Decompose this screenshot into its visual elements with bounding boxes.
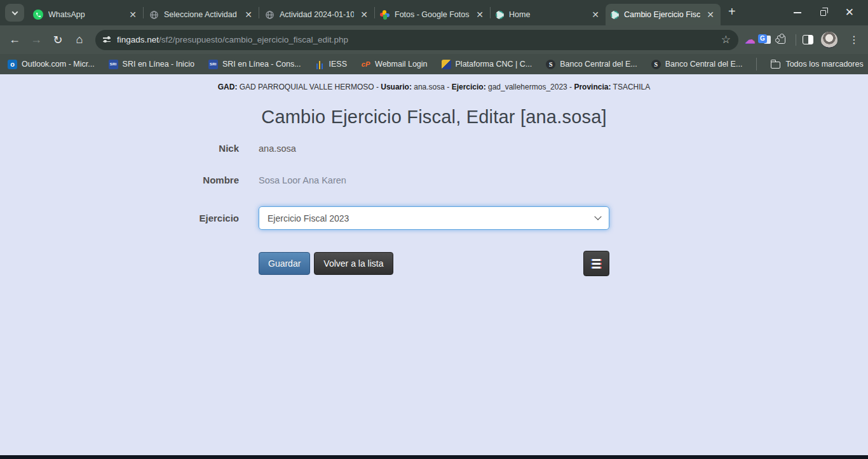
minimize-icon [794,12,801,13]
ejercicio-selected-option: Ejercicio Fiscal 2023 [268,213,595,223]
bookmark-cnc[interactable]: Plataforma CNC | C... [442,60,532,69]
bookmark-iess[interactable]: IESS [315,60,348,69]
bookmark-label: Banco Central del E... [665,60,743,69]
page-title: Cambio Ejercicio Fiscal, Editar [ana.sos… [0,107,868,128]
ejercicio-select[interactable]: Ejercicio Fiscal 2023 [259,206,609,230]
window-controls: ✕ [794,10,865,16]
bookmark-label: SRI en Línea - Inicio [123,60,194,69]
session-context-bar: GAD: GAD PARROQUIAL VALLE HERMOSO - Usua… [0,83,868,91]
usuario-value: ana.sosa - [412,83,452,91]
bookmark-banco-central-2[interactable]: S Banco Central del E... [651,60,743,69]
extension-cloud-icon[interactable]: ☁ [745,33,756,46]
nick-label: Nick [188,143,239,154]
site-settings-icon[interactable] [103,37,111,42]
usuario-label: Usuario: [381,83,412,91]
all-bookmarks-label: Todos los marcadores [785,60,863,69]
form-row-ejercicio: Ejercicio Ejercicio Fiscal 2023 [188,206,868,230]
form-row-nick: Nick ana.sosa [188,143,868,154]
guardar-button[interactable]: Guardar [259,252,310,275]
menu-hamburger-button[interactable] [583,251,609,276]
bookmark-label: Banco Central del E... [560,60,637,69]
bookmark-webmail[interactable]: cP Webmail Login [361,60,427,69]
nombre-label: Nombre [188,175,239,185]
fingads-favicon-icon [496,11,504,19]
gad-label: GAD: [218,83,238,91]
browser-menu-icon[interactable]: ⋮ [845,34,863,46]
tab-home[interactable]: Home ✕ [491,4,606,25]
bookmark-label: SRI en Línea - Cons... [222,60,301,69]
tab-search-button[interactable] [5,4,24,22]
url-text[interactable]: fingads.net/sf2/presupuesto/cambio_ejerc… [117,35,715,44]
profile-avatar[interactable] [821,32,837,48]
bottom-edge-strip [0,455,868,459]
nick-value: ana.sosa [259,143,609,154]
tab-seleccione-actividad[interactable]: Seleccione Actividad ✕ [144,4,259,25]
bookmark-star-icon[interactable]: ☆ [721,33,731,46]
google-photos-icon [380,10,390,20]
tab-close-icon[interactable]: ✕ [705,10,715,20]
extensions-puzzle-icon[interactable] [777,36,785,44]
volver-a-la-lista-button[interactable]: Volver a la lista [314,252,393,275]
tab-label: Cambio Ejercicio Fisc [624,10,700,19]
folder-icon [771,62,780,69]
tab-cambio-ejercicio-fiscal-active[interactable]: Cambio Ejercicio Fisc ✕ [606,4,721,25]
tab-whatsapp[interactable]: WhatsApp ✕ [28,4,143,25]
ejercicio-value: gad_vallehermos_2023 - [486,83,574,91]
form-row-nombre: Nombre Sosa Loor Ana Karen [188,175,868,185]
tab-close-icon[interactable]: ✕ [243,10,254,20]
browser-toolbar: ← → ↻ ⌂ fingads.net/sf2/presupuesto/camb… [0,25,868,54]
minimize-button[interactable] [794,12,801,13]
sri-icon: SRI [109,60,118,69]
tab-close-icon[interactable]: ✕ [359,10,369,20]
provincia-label: Provincia: [574,83,611,91]
iess-icon [315,60,325,69]
banco-central-icon: S [546,60,555,69]
cpanel-icon: cP [361,60,370,69]
hamburger-icon [591,259,602,261]
forward-button[interactable]: → [27,30,46,50]
tab-close-icon[interactable]: ✕ [590,10,600,20]
bookmark-outlook[interactable]: o Outlook.com - Micr... [8,60,95,69]
translate-icon[interactable]: G [758,34,771,46]
tab-label: Actividad 2024-01-10 [280,10,354,19]
close-window-button[interactable]: ✕ [845,10,854,16]
bookmark-label: Plataforma CNC | C... [456,60,532,69]
home-button[interactable]: ⌂ [70,30,89,50]
select-chevron-down-icon [594,213,601,220]
globe-icon [264,10,275,20]
bookmarks-separator [756,58,757,70]
side-panel-icon[interactable] [803,35,813,44]
new-tab-button[interactable]: + [721,4,743,22]
bookmark-sri-inicio[interactable]: SRI SRI en Línea - Inicio [109,60,194,69]
back-button[interactable]: ← [5,30,24,50]
tab-actividad[interactable]: Actividad 2024-01-10 ✕ [259,4,374,25]
page-content: GAD: GAD PARROQUIAL VALLE HERMOSO - Usua… [0,74,868,455]
globe-icon [149,10,159,20]
tab-close-icon[interactable]: ✕ [475,10,485,20]
outlook-icon: o [8,60,17,69]
bookmark-sri-consultas[interactable]: SRI SRI en Línea - Cons... [208,60,301,69]
url-path: /sf2/presupuesto/cambio_ejercicio_fiscal… [159,35,348,44]
tab-label: WhatsApp [48,10,123,19]
sri-icon: SRI [208,60,218,69]
url-domain: fingads.net [117,35,159,44]
tab-close-icon[interactable]: ✕ [128,10,138,20]
all-bookmarks-button[interactable]: Todos los marcadores [756,58,863,70]
chevron-down-icon [11,9,18,15]
fingads-favicon-icon [611,11,619,19]
form-row-buttons: Guardar Volver a la lista [188,251,868,276]
bookmark-banco-central-1[interactable]: S Banco Central del E... [546,60,637,69]
gad-value: GAD PARROQUIAL VALLE HERMOSO - [237,83,381,91]
reload-button[interactable]: ↻ [48,30,67,50]
maximize-button[interactable] [820,10,826,16]
tab-google-fotos[interactable]: Fotos - Google Fotos ✕ [375,4,490,25]
cnc-icon [442,60,451,69]
tab-strip: WhatsApp ✕ Seleccione Actividad ✕ Activi… [0,0,868,25]
edit-form: Nick ana.sosa Nombre Sosa Loor Ana Karen… [0,143,868,276]
provincia-value: TSACHILA [611,83,650,91]
nombre-value: Sosa Loor Ana Karen [259,175,609,185]
tab-label: Home [509,10,585,19]
address-bar[interactable]: fingads.net/sf2/presupuesto/cambio_ejerc… [95,30,738,50]
toolbar-separator [796,34,796,46]
whatsapp-icon [33,10,43,20]
